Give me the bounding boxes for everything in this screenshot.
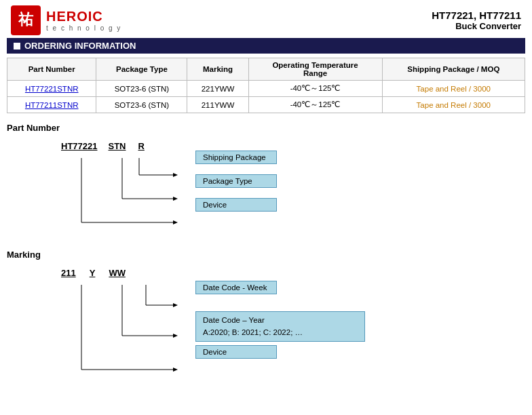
mk-part2-label: Y: [90, 268, 96, 278]
shipping-package-box: Shipping Package: [195, 151, 277, 164]
date-week-box: Date Code - Week: [195, 281, 277, 294]
mk-part3-label: WW: [109, 268, 126, 278]
svg-marker-13: [173, 303, 178, 307]
pn-diagram-svg: [20, 155, 360, 243]
marking-section: Marking 211 Y WW Date Code - Week: [7, 250, 525, 387]
svg-text:祐: 祐: [18, 11, 34, 28]
col-marking: Marking: [187, 58, 248, 81]
logo-text: HEROIC t e c h n o l o g y: [46, 9, 121, 32]
row2-temp-range: -40℃～125℃: [248, 97, 382, 113]
date-year-desc: A:2020; B: 2021; C: 2022; …: [203, 326, 358, 338]
row2-part-number[interactable]: HT77211STNR: [7, 97, 96, 113]
col-package-type: Package Type: [96, 58, 187, 81]
logo-technology-label: t e c h n o l o g y: [46, 24, 121, 32]
ordering-table-wrap: Part Number Package Type Marking Operati…: [7, 58, 525, 113]
mk-part1-label: 211: [61, 268, 76, 278]
header-right: HT77221, HT77211 Buck Converter: [432, 9, 521, 31]
svg-marker-7: [173, 197, 178, 201]
svg-marker-10: [173, 220, 178, 224]
row2-shipping: Tape and Reel / 3000: [382, 97, 525, 113]
ordering-table: Part Number Package Type Marking Operati…: [7, 58, 525, 113]
col-shipping: Shipping Package / MOQ: [382, 58, 525, 81]
table-row: HT77211STNR SOT23-6 (STN) 211YWW -40℃～12…: [7, 97, 525, 113]
package-type-box: Package Type: [195, 174, 277, 188]
row1-marking: 221YWW: [187, 81, 248, 97]
header-part-numbers: HT77221, HT77211: [432, 9, 521, 21]
svg-marker-4: [173, 173, 178, 177]
svg-marker-16: [173, 334, 178, 338]
row1-part-number[interactable]: HT77221STNR: [7, 81, 96, 97]
ordering-section-title: ORDERING INFORMATION: [7, 38, 525, 54]
row1-package-type: SOT23-6 (STN): [96, 81, 187, 97]
col-temp-range: Operating TemperatureRange: [248, 58, 382, 81]
mk-device-box: Device: [195, 345, 277, 359]
pn-part2-label: STN: [108, 141, 126, 151]
svg-marker-19: [173, 368, 178, 372]
logo-area: 祐 HEROIC t e c h n o l o g y: [11, 5, 121, 35]
row1-shipping: Tape and Reel / 3000: [382, 81, 525, 97]
part-number-title: Part Number: [7, 123, 525, 133]
table-row: HT77221STNR SOT23-6 (STN) 221YWW -40℃～12…: [7, 81, 525, 97]
row1-temp-range: -40℃～125℃: [248, 81, 382, 97]
date-year-title: Date Code – Year: [203, 314, 358, 326]
page-header: 祐 HEROIC t e c h n o l o g y HT77221, HT…: [0, 0, 532, 38]
pn-part3-label: R: [138, 141, 144, 151]
col-part-number: Part Number: [7, 58, 96, 81]
row2-marking: 211YWW: [187, 97, 248, 113]
part-number-section: Part Number HT77221 STN R: [7, 123, 525, 243]
date-year-box: Date Code – Year A:2020; B: 2021; C: 202…: [195, 311, 365, 342]
device-box: Device: [195, 198, 277, 212]
heroic-logo-icon: 祐: [11, 5, 41, 35]
row2-package-type: SOT23-6 (STN): [96, 97, 187, 113]
pn-part1-label: HT77221: [61, 141, 97, 151]
logo-heroic-label: HEROIC: [46, 9, 121, 24]
ordering-title-label: ORDERING INFORMATION: [24, 41, 136, 51]
marking-title: Marking: [7, 250, 525, 260]
header-subtitle: Buck Converter: [432, 21, 521, 31]
section-title-square: [14, 43, 20, 50]
table-header-row: Part Number Package Type Marking Operati…: [7, 58, 525, 81]
